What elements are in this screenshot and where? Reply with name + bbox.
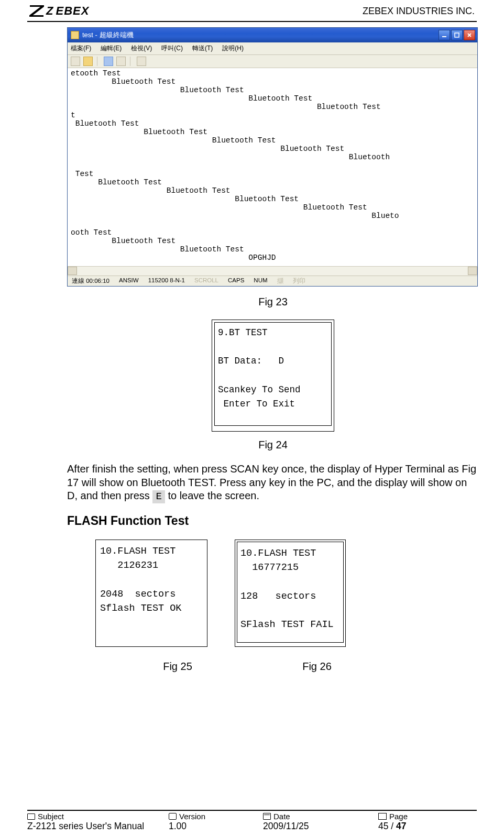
footer-subject: Z-2121 series User's Manual bbox=[27, 821, 169, 832]
menu-file[interactable]: 檔案(F) bbox=[71, 44, 91, 53]
window-statusbar: 連線 00:06:10 ANSIW 115200 8-N-1 SCROLL CA… bbox=[68, 276, 477, 286]
window-toolbar bbox=[68, 55, 477, 68]
app-icon bbox=[71, 31, 79, 39]
status-scroll: SCROLL bbox=[194, 277, 218, 285]
para-text-1: After finish the setting, when press SCA… bbox=[67, 463, 476, 501]
menu-help[interactable]: 說明(H) bbox=[222, 44, 244, 53]
fig26-lcd: 10.FLASH TEST 16777215 128 sectors SFlas… bbox=[235, 540, 346, 647]
terminal-output: etooth Test Bluetooth Test Bluetooth Tes… bbox=[68, 68, 477, 266]
scroll-right-icon[interactable] bbox=[468, 267, 477, 275]
fig23-caption: Fig 23 bbox=[67, 296, 479, 308]
fig26-lcd-text: 10.FLASH TEST 16777215 128 sectors SFlas… bbox=[237, 542, 344, 643]
footer-label-date: Date bbox=[273, 812, 290, 821]
calendar-icon bbox=[263, 813, 271, 820]
toolbar-open-icon[interactable] bbox=[83, 57, 93, 66]
status-caps: CAPS bbox=[228, 277, 244, 285]
svg-rect-1 bbox=[455, 33, 459, 37]
menu-view[interactable]: 檢視(V) bbox=[131, 44, 152, 53]
company-name: ZEBEX INDUSTRIES INC. bbox=[363, 6, 475, 17]
book-icon bbox=[378, 813, 387, 820]
instruction-paragraph: After finish the setting, when press SCA… bbox=[67, 463, 479, 503]
maximize-button[interactable] bbox=[451, 30, 463, 40]
flash-caption-row: Fig 25 Fig 26 bbox=[67, 661, 479, 673]
folder-icon bbox=[27, 813, 35, 820]
window-menubar: 檔案(F) 編輯(E) 檢視(V) 呼叫(C) 轉送(T) 說明(H) bbox=[68, 42, 477, 55]
footer-page: 45 / 47 bbox=[378, 821, 408, 832]
fig25-lcd: 10.FLASH TEST 2126231 2048 sectors Sflas… bbox=[95, 540, 207, 647]
svg-rect-0 bbox=[442, 36, 446, 37]
window-titlebar: test - 超級終端機 bbox=[68, 28, 477, 42]
disk-icon bbox=[169, 813, 177, 820]
status-num: NUM bbox=[254, 277, 267, 285]
toolbar-prop-icon[interactable] bbox=[137, 57, 146, 66]
fig24-lcd: 9.BT TEST BT Data: D Scankey To Send Ent… bbox=[212, 320, 334, 432]
toolbar-disconnect-icon[interactable] bbox=[116, 57, 126, 66]
fig24-caption: Fig 24 bbox=[67, 439, 479, 451]
menu-transfer[interactable]: 轉送(T) bbox=[192, 44, 213, 53]
minimize-button[interactable] bbox=[439, 30, 450, 40]
status-print: 列印 bbox=[293, 277, 305, 285]
brand-logo: ZEBEX bbox=[29, 4, 89, 18]
page-header: ZEBEX ZEBEX INDUSTRIES INC. bbox=[27, 0, 477, 22]
footer-version: 1.00 bbox=[169, 821, 263, 832]
key-e: E bbox=[152, 490, 165, 503]
toolbar-sep bbox=[130, 57, 133, 66]
horizontal-scrollbar[interactable] bbox=[68, 266, 477, 276]
fig26-caption: Fig 26 bbox=[261, 661, 373, 673]
toolbar-new-icon[interactable] bbox=[71, 57, 80, 66]
footer-label-version: Version bbox=[179, 812, 205, 821]
section-heading: FLASH Function Test bbox=[67, 514, 479, 528]
page-footer: Subject Z-2121 series User's Manual Vers… bbox=[27, 810, 477, 832]
logo-icon bbox=[29, 5, 44, 17]
status-time: 連線 00:06:10 bbox=[72, 277, 109, 285]
hyperterminal-window: test - 超級終端機 檔案(F) 編輯(E) 檢視(V) 呼叫(C) 轉送(… bbox=[67, 27, 478, 287]
footer-label-page: Page bbox=[389, 812, 408, 821]
status-cap: 擷 bbox=[277, 277, 283, 285]
window-title: test - 超級終端機 bbox=[82, 30, 134, 40]
fig24-lcd-text: 9.BT TEST BT Data: D Scankey To Send Ent… bbox=[214, 322, 332, 426]
toolbar-sep bbox=[97, 57, 100, 66]
footer-label-subject: Subject bbox=[38, 812, 64, 821]
menu-call[interactable]: 呼叫(C) bbox=[161, 44, 183, 53]
status-emul: ANSIW bbox=[119, 277, 139, 285]
footer-date: 2009/11/25 bbox=[263, 821, 378, 832]
flash-lcd-row: 10.FLASH TEST 2126231 2048 sectors Sflas… bbox=[67, 540, 479, 647]
toolbar-call-icon[interactable] bbox=[104, 57, 113, 66]
menu-edit[interactable]: 編輯(E) bbox=[101, 44, 122, 53]
fig25-caption: Fig 25 bbox=[122, 661, 234, 673]
close-button[interactable] bbox=[464, 30, 475, 40]
scroll-left-icon[interactable] bbox=[68, 267, 77, 275]
para-text-2: to leave the screen. bbox=[165, 490, 259, 501]
brand-z: Z bbox=[46, 4, 53, 18]
status-port: 115200 8-N-1 bbox=[148, 277, 185, 285]
brand-ebex: EBEX bbox=[56, 4, 89, 18]
